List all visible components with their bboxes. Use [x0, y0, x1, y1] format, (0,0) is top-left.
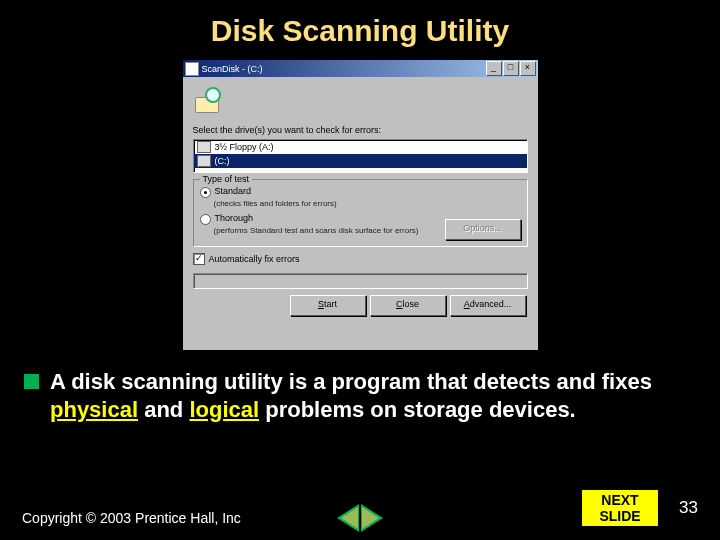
progress-bar [193, 273, 528, 289]
list-item[interactable]: 3½ Floppy (A:) [194, 140, 527, 154]
body-text: A disk scanning utility is a program tha… [0, 350, 720, 423]
minimize-button[interactable]: _ [486, 61, 502, 76]
slide-number: 33 [679, 498, 698, 518]
options-button[interactable]: Options... [445, 219, 521, 240]
radio-standard[interactable]: Standard [200, 186, 521, 198]
autofix-checkbox[interactable]: ✓ Automatically fix errors [193, 253, 528, 265]
slide-title: Disk Scanning Utility [0, 0, 720, 48]
copyright: Copyright © 2003 Prentice Hall, Inc [22, 510, 241, 526]
drive-label: 3½ Floppy (A:) [215, 142, 274, 152]
maximize-button[interactable]: □ [503, 61, 519, 76]
scan-icon [193, 85, 223, 115]
drive-label: (C:) [215, 156, 230, 166]
radio-desc: (checks files and folders for errors) [214, 200, 521, 209]
nav-arrows [337, 504, 383, 532]
slide: Disk Scanning Utility ScanDisk - (C:) _ … [0, 0, 720, 540]
hdd-icon [197, 155, 211, 167]
radio-icon [200, 214, 211, 225]
titlebar: ScanDisk - (C:) _ □ × [183, 60, 538, 77]
list-item[interactable]: (C:) [194, 154, 527, 168]
footer: Copyright © 2003 Prentice Hall, Inc NEXT… [0, 510, 720, 526]
prev-arrow-icon[interactable] [337, 504, 359, 532]
floppy-icon [197, 141, 211, 153]
group-legend: Type of test [200, 174, 253, 184]
start-button[interactable]: SStarttart [290, 295, 366, 316]
close-dialog-button[interactable]: Close [370, 295, 446, 316]
app-icon [185, 62, 199, 76]
prompt-label: Select the drive(s) you want to check fo… [193, 125, 528, 135]
scandisk-window: ScanDisk - (C:) _ □ × Select the drive(s… [183, 60, 538, 350]
next-slide-button[interactable]: NEXT SLIDE [582, 490, 658, 526]
close-button[interactable]: × [520, 61, 536, 76]
next-arrow-icon[interactable] [361, 504, 383, 532]
checkbox-label: Automatically fix errors [209, 254, 300, 264]
bullet-icon [24, 374, 39, 389]
drive-listbox[interactable]: 3½ Floppy (A:) (C:) [193, 139, 528, 173]
advanced-button[interactable]: Advanced... [450, 295, 526, 316]
checkbox-icon: ✓ [193, 253, 205, 265]
window-title: ScanDisk - (C:) [202, 64, 263, 74]
radio-icon [200, 187, 211, 198]
type-of-test-group: Type of test Standard (checks files and … [193, 179, 528, 247]
